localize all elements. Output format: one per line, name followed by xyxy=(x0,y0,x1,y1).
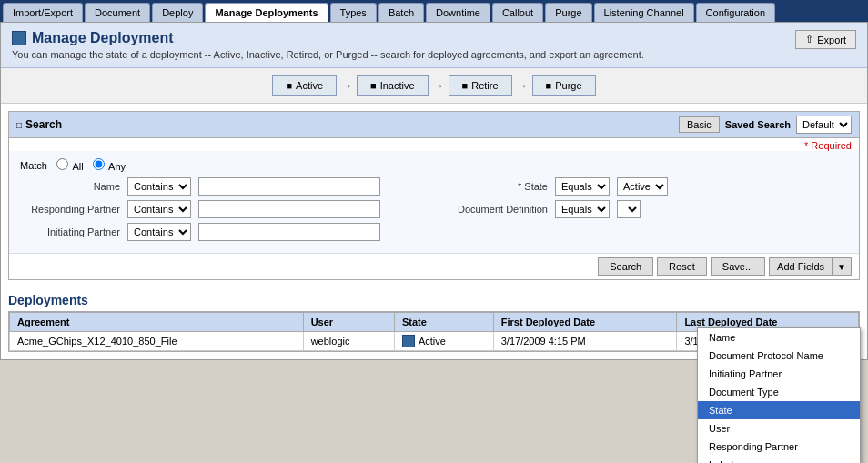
workflow-active-btn[interactable]: ■ Active xyxy=(272,75,337,96)
arrow-1: → xyxy=(337,78,357,93)
page-title-area: Manage Deployment You can manage the sta… xyxy=(12,30,644,60)
doc-definition-label: Document Definition xyxy=(448,204,548,215)
match-all-label[interactable]: All xyxy=(55,158,84,172)
initiating-partner-label: Initiating Partner xyxy=(20,226,120,237)
cell-agreement: Acme_GChips_X12_4010_850_File xyxy=(10,332,304,351)
retire-icon: ■ xyxy=(462,80,469,91)
add-fields-button[interactable]: Add Fields xyxy=(769,257,833,276)
active-icon: ■ xyxy=(286,80,292,91)
initiating-partner-operator-select[interactable]: Contains xyxy=(127,223,191,241)
state-operator-select[interactable]: Equals xyxy=(555,177,610,196)
name-input[interactable] xyxy=(198,177,380,196)
workflow-purge-btn[interactable]: ■ Purge xyxy=(532,75,596,96)
add-fields-dropdown-arrow[interactable]: ▼ xyxy=(833,257,852,276)
col-agreement[interactable]: Agreement xyxy=(10,313,304,332)
tab-deploy[interactable]: Deploy xyxy=(152,3,203,22)
tab-callout[interactable]: Callout xyxy=(492,3,543,22)
required-note: * Required xyxy=(9,138,859,151)
search-button[interactable]: Search xyxy=(598,257,653,276)
search-header-left: □ Search xyxy=(16,118,62,131)
tab-batch[interactable]: Batch xyxy=(378,3,424,22)
save-button[interactable]: Save... xyxy=(711,257,765,276)
nav-tabs: Import/Export Document Deploy Manage Dep… xyxy=(0,0,868,22)
cell-state: Active xyxy=(394,332,493,351)
search-body: Match All Any Name Contains xyxy=(9,151,859,253)
doc-definition-operator-select[interactable]: Equals xyxy=(555,200,610,218)
search-title: Search xyxy=(25,118,62,131)
name-row: Name Contains xyxy=(20,177,420,196)
tab-purge[interactable]: Purge xyxy=(545,3,591,22)
match-any-radio[interactable] xyxy=(93,158,105,170)
cell-first-deployed: 3/17/2009 4:15 PM xyxy=(493,332,677,351)
main-content: Manage Deployment You can manage the sta… xyxy=(0,22,868,360)
search-header-right: Basic Saved Search Default xyxy=(679,116,852,134)
name-label: Name xyxy=(20,181,120,192)
search-section: □ Search Basic Saved Search Default * Re… xyxy=(8,111,860,280)
add-fields-group: Add Fields ▼ xyxy=(769,257,852,276)
tab-types[interactable]: Types xyxy=(330,3,377,22)
state-active-icon xyxy=(402,335,415,347)
left-column: Name Contains Responding Partner Contain… xyxy=(20,177,420,246)
search-header: □ Search Basic Saved Search Default xyxy=(9,112,859,138)
workflow-bar: ■ Active → ■ Inactive → ■ Retire → ■ Pur… xyxy=(1,68,867,104)
add-fields-dropdown-menu: Name Document Protocol Name Initiating P… xyxy=(697,327,861,360)
basic-button[interactable]: Basic xyxy=(679,116,720,133)
search-actions: Search Reset Save... Add Fields ▼ xyxy=(9,253,859,279)
workflow-retire-btn[interactable]: ■ Retire xyxy=(449,75,512,96)
menu-item-name[interactable]: Name xyxy=(698,328,860,347)
collapse-icon[interactable]: □ xyxy=(16,120,22,130)
name-operator-select[interactable]: Contains xyxy=(127,177,191,196)
cell-user: weblogic xyxy=(303,332,394,351)
tab-listening-channel[interactable]: Listening Channel xyxy=(594,3,694,22)
export-icon: ⇧ xyxy=(805,34,813,45)
state-active-indicator: Active xyxy=(402,335,486,347)
reset-button[interactable]: Reset xyxy=(657,257,707,276)
page-icon xyxy=(12,31,26,45)
form-area: Name Contains Responding Partner Contain… xyxy=(20,177,848,246)
match-row: Match All Any xyxy=(20,158,848,172)
deployments-title: Deployments xyxy=(8,287,860,311)
tab-document[interactable]: Document xyxy=(85,3,150,22)
initiating-partner-row: Initiating Partner Contains xyxy=(20,223,420,241)
menu-item-doc-protocol-name[interactable]: Document Protocol Name xyxy=(698,347,860,360)
state-label: * State xyxy=(448,181,548,192)
state-row: * State Equals Active xyxy=(448,177,848,196)
responding-partner-row: Responding Partner Contains xyxy=(20,200,420,218)
tab-configuration[interactable]: Configuration xyxy=(696,3,775,22)
export-button[interactable]: ⇧ Export xyxy=(795,30,856,49)
arrow-2: → xyxy=(429,78,449,93)
col-first-deployed[interactable]: First Deployed Date xyxy=(493,313,677,332)
tab-downtime[interactable]: Downtime xyxy=(426,3,490,22)
tab-manage-deployments[interactable]: Manage Deployments xyxy=(205,3,328,22)
state-value-select[interactable]: Active xyxy=(617,177,668,196)
inactive-icon: ■ xyxy=(370,80,377,91)
initiating-partner-input[interactable] xyxy=(198,223,380,241)
saved-search-label: Saved Search xyxy=(725,119,791,130)
purge-icon: ■ xyxy=(546,80,552,91)
responding-partner-label: Responding Partner xyxy=(20,204,120,215)
arrow-3: → xyxy=(512,78,532,93)
page-header: Manage Deployment You can manage the sta… xyxy=(1,23,867,68)
tab-import-export[interactable]: Import/Export xyxy=(3,3,83,22)
responding-partner-input[interactable] xyxy=(198,200,380,218)
doc-definition-row: Document Definition Equals xyxy=(448,200,848,218)
page-title: Manage Deployment xyxy=(12,30,644,46)
page-subtitle: You can manage the state of a deployment… xyxy=(12,49,644,60)
responding-partner-operator-select[interactable]: Contains xyxy=(127,200,191,218)
match-any-label[interactable]: Any xyxy=(91,158,126,172)
doc-definition-value-select[interactable] xyxy=(617,200,641,218)
workflow-inactive-btn[interactable]: ■ Inactive xyxy=(357,75,429,96)
match-all-radio[interactable] xyxy=(56,158,68,170)
col-user[interactable]: User xyxy=(303,313,394,332)
col-state[interactable]: State xyxy=(394,313,493,332)
right-column: * State Equals Active Document Definitio… xyxy=(448,177,848,246)
match-label: Match xyxy=(20,160,47,171)
saved-search-select[interactable]: Default xyxy=(796,116,852,134)
